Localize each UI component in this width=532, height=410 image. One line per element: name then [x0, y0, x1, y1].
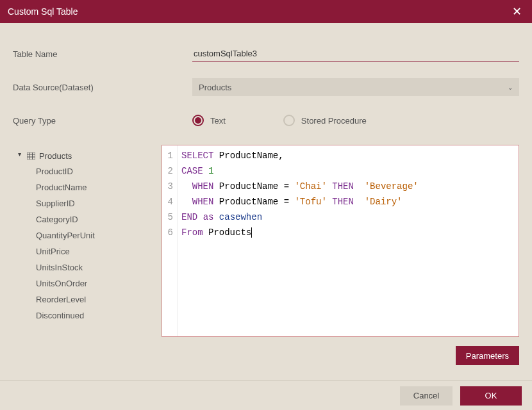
code-line[interactable]: END as casewhen	[181, 209, 419, 225]
tree-item[interactable]: CategoryID	[35, 211, 151, 227]
radio-stored-procedure[interactable]: Stored Procedure	[283, 115, 367, 126]
dialog-footer: Cancel OK	[0, 381, 532, 410]
line-number: 4	[162, 194, 173, 209]
tree-item[interactable]: ReorderLevel	[35, 291, 151, 308]
tree-item[interactable]: UnitsOnOrder	[35, 275, 151, 291]
tree-item[interactable]: QuantityPerUnit	[35, 227, 151, 243]
line-number: 5	[162, 209, 173, 225]
parameters-row: Parameters	[0, 337, 532, 365]
line-number: 1	[162, 148, 173, 163]
sql-editor[interactable]: 123456 SELECT ProductName,CASE 1 WHEN Pr…	[162, 145, 519, 337]
caret-down-icon: ▸	[17, 153, 24, 160]
data-source-control: Products ⌄	[192, 78, 519, 96]
close-icon[interactable]: ✕	[509, 4, 524, 19]
data-source-value: Products	[199, 83, 231, 92]
query-type-label: Query Type	[13, 116, 192, 126]
titlebar: Custom Sql Table ✕	[0, 0, 532, 23]
tree-root-products[interactable]: ▸ Products	[15, 149, 151, 163]
schema-tree: ▸ Products ProductIDProductNameSupplierI…	[13, 145, 154, 337]
data-source-select[interactable]: Products ⌄	[192, 78, 519, 96]
line-number: 3	[162, 179, 173, 194]
code-line[interactable]: From Products	[181, 225, 419, 240]
radio-text[interactable]: Text	[192, 115, 226, 126]
dialog-title: Custom Sql Table	[8, 6, 78, 17]
table-name-label: Table Name	[13, 49, 192, 59]
tree-item[interactable]: Discontinued	[35, 308, 151, 324]
radio-outer-icon	[192, 115, 204, 126]
editor-code[interactable]: SELECT ProductName,CASE 1 WHEN ProductNa…	[178, 145, 422, 336]
radio-outer-icon	[283, 115, 295, 126]
code-line[interactable]: WHEN ProductName = 'Tofu' THEN 'Dairy'	[181, 194, 419, 209]
tree-item[interactable]: UnitsInStock	[35, 259, 151, 275]
radio-text-label: Text	[210, 116, 226, 126]
ok-button[interactable]: OK	[460, 386, 522, 406]
svg-rect-0	[27, 152, 35, 160]
code-line[interactable]: WHEN ProductName = 'Chai' THEN 'Beverage…	[181, 179, 419, 194]
table-icon	[27, 152, 35, 160]
code-line[interactable]: CASE 1	[181, 163, 419, 179]
data-source-label: Data Source(Dataset)	[13, 83, 192, 92]
code-line[interactable]: SELECT ProductName,	[181, 148, 419, 163]
radio-stored-procedure-label: Stored Procedure	[301, 116, 367, 126]
row-data-source: Data Source(Dataset) Products ⌄	[13, 78, 519, 96]
query-type-radios: Text Stored Procedure	[192, 115, 519, 126]
row-table-name: Table Name	[13, 45, 519, 63]
row-query-type: Query Type Text Stored Procedure	[13, 111, 519, 129]
tree-children: ProductIDProductNameSupplierIDCategoryID…	[35, 163, 151, 324]
editor-gutter: 123456	[162, 145, 178, 336]
line-number: 6	[162, 225, 173, 240]
table-name-control	[192, 46, 519, 62]
tree-item[interactable]: ProductName	[35, 179, 151, 195]
tree-root-label: Products	[39, 151, 72, 161]
tree-item[interactable]: UnitPrice	[35, 243, 151, 259]
tree-item[interactable]: ProductID	[35, 163, 151, 179]
text-cursor	[251, 227, 252, 238]
line-number: 2	[162, 163, 173, 179]
cancel-button[interactable]: Cancel	[400, 386, 453, 406]
chevron-down-icon: ⌄	[508, 84, 513, 91]
parameters-button[interactable]: Parameters	[456, 346, 519, 365]
tree-item[interactable]: SupplierID	[35, 195, 151, 211]
radio-inner-icon	[195, 117, 201, 124]
dialog-content: Table Name Data Source(Dataset) Products…	[0, 23, 532, 337]
workarea: ▸ Products ProductIDProductNameSupplierI…	[13, 145, 519, 337]
table-name-input[interactable]	[192, 46, 519, 62]
